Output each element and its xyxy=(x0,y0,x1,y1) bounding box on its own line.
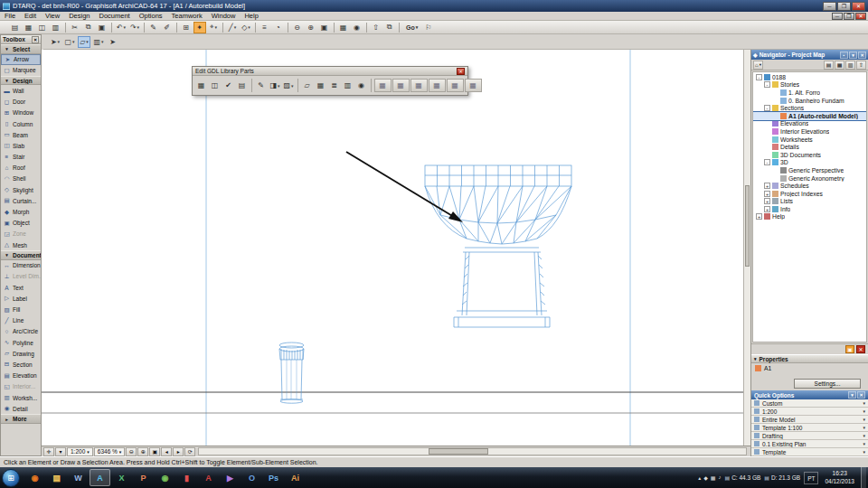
toolbox-item-interior-elevation[interactable]: ◱ Interior... xyxy=(1,381,41,392)
toolbox-item-skylight[interactable]: ◇ Skylight xyxy=(1,184,41,195)
tree-item-generic-perspective[interactable]: Generic Perspective xyxy=(753,166,866,174)
gdl-new-object-icon[interactable]: ▤ xyxy=(236,79,249,92)
tree-expander-icon[interactable]: - xyxy=(764,159,770,165)
toolbox-item-drawing[interactable]: ▱ Drawing xyxy=(1,348,41,359)
toolbox-item-mesh[interactable]: △ Mesh xyxy=(1,239,41,250)
start-presentation-icon[interactable]: ⚐ xyxy=(422,22,435,33)
toolbox-item-fill[interactable]: ▨ Fill xyxy=(1,304,41,314)
toolbox-item-roof[interactable]: ⌂ Roof xyxy=(1,163,41,174)
toolbox-item-door[interactable]: ◻ Door xyxy=(1,97,41,108)
close-button[interactable]: ✕ xyxy=(852,2,865,11)
tree-item-stories[interactable]: - Stories xyxy=(753,81,866,89)
toolbox-item-shell[interactable]: ◠ Shell xyxy=(1,174,41,184)
quick-option-graphic-override[interactable]: 0.1 Existing Plan ▾ xyxy=(751,440,868,448)
tree-item-elevations[interactable]: Elevations xyxy=(753,120,866,128)
taskbar-app-autocad[interactable]: A xyxy=(198,469,219,486)
toolbox-group-more[interactable]: ▸ More xyxy=(1,414,41,424)
clock[interactable]: 16:23 04/12/2013 xyxy=(822,470,857,486)
tree-item-interior-elevations[interactable]: Interior Elevations xyxy=(753,127,866,136)
tree-expander-icon[interactable]: + xyxy=(764,206,770,212)
toolbar-icon[interactable] xyxy=(288,23,288,33)
toolbar-icon[interactable] xyxy=(399,23,400,33)
tree-expander-icon[interactable]: - xyxy=(756,74,762,80)
toolbar-icon[interactable] xyxy=(334,23,335,33)
pet-palette-icon[interactable]: ▾ xyxy=(55,447,66,456)
tree-expander-icon[interactable]: - xyxy=(764,105,770,111)
toolbox-item-object[interactable]: ▣ Object xyxy=(1,218,41,229)
cut-icon[interactable]: ✂ xyxy=(69,22,81,33)
quick-option-renovation-filter[interactable]: Template ▾ xyxy=(751,448,868,456)
gdl-fill-icon[interactable]: ▨▾ xyxy=(282,79,295,92)
drawing-tool-icon[interactable]: ▱▾ xyxy=(78,36,90,48)
gdl-parameters-icon[interactable]: ▥ xyxy=(342,79,354,92)
gdl-grid-button-5[interactable]: ▦ xyxy=(447,79,464,92)
tree-item-sections[interactable]: - Sections xyxy=(753,104,866,112)
tree-item-3d-documents[interactable]: 3D Documents xyxy=(753,151,866,159)
toolbox-item-dimension[interactable]: ↔ Dimension xyxy=(1,260,41,271)
quick-option-model-view[interactable]: Drafting ▾ xyxy=(751,432,868,440)
horizontal-scrollbar[interactable] xyxy=(198,447,747,455)
tree-expander-icon[interactable] xyxy=(772,113,778,119)
drive-d-indicator[interactable]: ▤ D: 21.3 GB xyxy=(764,474,800,481)
taskbar-app-word[interactable]: W xyxy=(68,469,89,486)
cursor-icon[interactable]: ➤ xyxy=(107,36,119,48)
toolbox-group-design[interactable]: ▾ Design xyxy=(1,76,41,86)
toolbox-item-marquee[interactable]: ▢ Marquee xyxy=(1,65,41,76)
menu-item[interactable]: Edit xyxy=(20,12,41,20)
gdl-toolbar-icon[interactable] xyxy=(297,79,298,92)
tray-network-icon[interactable]: ▦ xyxy=(711,474,716,481)
taskbar-app-powerpoint[interactable]: P xyxy=(133,469,154,486)
toolbox-item-zone[interactable]: ◲ Zone xyxy=(1,229,41,239)
tree-item-project-0188[interactable]: - 0188 xyxy=(753,73,866,81)
gdl-grid-button-2[interactable]: ▦ xyxy=(392,79,410,92)
tree-item-details[interactable]: Details xyxy=(753,143,866,151)
undo-icon[interactable]: ↶▾ xyxy=(115,22,127,33)
gdl-toolbar-titlebar[interactable]: Edit GDL Library Parts ✕ xyxy=(193,67,467,76)
tree-expander-icon[interactable] xyxy=(772,98,778,104)
go-button[interactable]: Go▾ xyxy=(402,22,421,33)
toolbox-item-worksheet[interactable]: ▥ Worksh... xyxy=(1,392,41,403)
tray-antivirus-icon[interactable]: ◆ xyxy=(703,474,708,481)
taskbar-app-archicad[interactable]: A xyxy=(90,469,110,486)
toolbar-icon[interactable] xyxy=(222,23,223,33)
zoom-out-icon[interactable]: ⊖ xyxy=(291,22,304,33)
tree-expander-icon[interactable]: + xyxy=(764,198,770,204)
toolbox-item-arrow[interactable]: ➤ Arrow xyxy=(1,54,41,65)
tray-hidden-icons-chevron[interactable]: ▴ xyxy=(698,474,701,481)
save-icon[interactable]: ◫ xyxy=(36,22,49,33)
toolbox-item-stair[interactable]: ≡ Stair xyxy=(1,152,41,163)
gdl-check-script-icon[interactable]: ✔ xyxy=(222,79,235,92)
menu-item[interactable]: Document xyxy=(95,12,135,20)
magic-wand-icon[interactable]: ✦ xyxy=(193,22,206,33)
menu-item[interactable]: Options xyxy=(135,12,167,20)
tray-volume-icon[interactable]: ♪ xyxy=(718,474,721,481)
menu-item[interactable]: File xyxy=(0,12,20,20)
tree-item-lists[interactable]: + Lists xyxy=(753,198,866,206)
drawing-area[interactable]: Edit GDL Library Parts ✕ ▦◫✔▤✎◨▾▨▾▱▦≣▥◉▦… xyxy=(42,50,750,456)
settings-button[interactable]: Settings... xyxy=(794,379,861,389)
rotate-view-icon[interactable]: ⟳ xyxy=(184,447,195,456)
vertical-scrollbar-thumb[interactable] xyxy=(745,185,750,267)
toolbox-item-window[interactable]: ⊞ Window xyxy=(1,108,41,118)
next-zoom-icon[interactable]: ▸ xyxy=(173,447,184,456)
gdl-material-icon[interactable]: ◨▾ xyxy=(269,79,281,92)
tree-item-generic-axonometry[interactable]: Generic Axonometry xyxy=(753,174,866,183)
tree-expander-icon[interactable] xyxy=(772,167,778,174)
taskbar-app-outlook[interactable]: O xyxy=(241,469,262,486)
gdl-master-script-icon[interactable]: ≣ xyxy=(328,79,341,92)
scale-icon[interactable]: ◔ xyxy=(272,22,285,33)
gdl-grid-button-6[interactable]: ▦ xyxy=(465,79,482,92)
tree-item-story-1[interactable]: 1. Alt. Forro xyxy=(753,89,866,97)
gdl-toolbar-icon[interactable] xyxy=(371,79,372,92)
show-desktop-button[interactable] xyxy=(861,467,866,488)
suspend-groups-icon[interactable]: ⊞ xyxy=(180,22,193,33)
gdl-close-icon[interactable]: ✕ xyxy=(457,68,465,75)
taskbar-app-chrome[interactable]: ◉ xyxy=(155,469,175,486)
zoom-in-icon[interactable]: ⊕ xyxy=(305,22,317,33)
navigator-header[interactable]: ◈ Navigator - Project Map ▪▾✕ xyxy=(751,50,868,60)
print-icon[interactable]: ▥ xyxy=(50,22,62,33)
guide-lines-icon[interactable]: ╱▾ xyxy=(226,22,239,33)
navigator-project-map-icon[interactable]: ▤ xyxy=(824,61,834,70)
quick-options-close-icon[interactable]: ✕ xyxy=(857,391,865,399)
toolbox-group-document[interactable]: ▾ Document xyxy=(1,250,41,260)
